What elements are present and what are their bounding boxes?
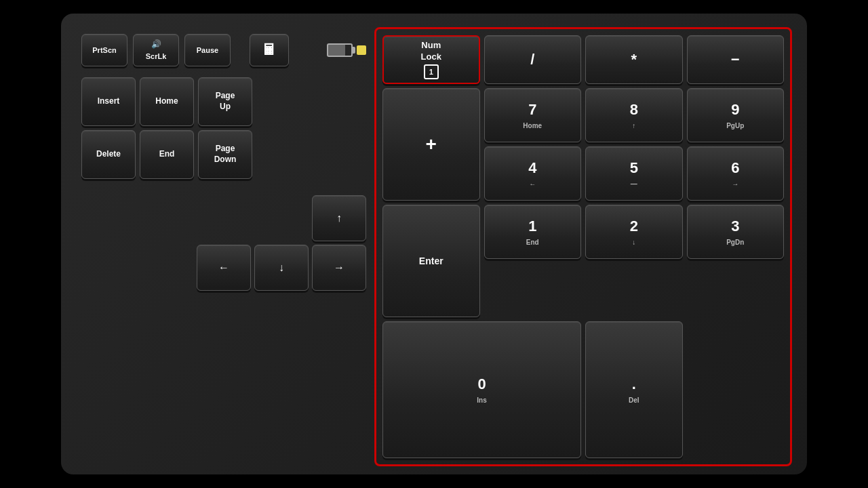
keyboard: PrtScn 🔊 ScrLk Pause 🖩 [61,14,807,474]
numpad-enter-key[interactable]: Enter [382,205,480,317]
numpad-2-label: 2 [630,217,638,237]
numlock-indicator: 1 [424,64,439,79]
pagedown-key[interactable]: PageDown [198,130,252,179]
numpad-minus-label: − [731,50,740,70]
numpad-5-key[interactable]: 5 — [585,146,683,201]
numpad-9-key[interactable]: 9 PgUp [687,88,785,142]
pause-key[interactable]: Pause [184,34,231,66]
numpad-4-label: 4 [528,159,536,178]
numpad-5-sublabel: — [631,180,637,188]
numlock-key[interactable]: NumLock 1 [382,35,480,84]
numpad-section: NumLock 1 / * − 7 Home 8 [380,33,787,461]
numpad-dot-key[interactable]: . Del [585,321,683,458]
numlock-label: NumLock [421,40,441,63]
arrow-section: ↑ ← ↓ → [81,195,366,291]
prtscn-label: PrtScn [92,45,116,55]
home-key[interactable]: Home [140,77,194,126]
prtscn-key[interactable]: PrtScn [81,34,127,66]
pageup-key[interactable]: PageUp [198,77,252,126]
numpad-dot-sublabel: Del [629,396,639,405]
numpad-2-key[interactable]: 2 ↓ [585,205,683,259]
arrow-down-key[interactable]: ↓ [254,245,309,291]
left-section: PrtScn 🔊 ScrLk Pause 🖩 [81,33,366,461]
numpad-6-key[interactable]: 6 → [687,146,785,201]
numpad-minus-key[interactable]: − [687,35,785,84]
numpad-plus-key[interactable]: + [382,88,480,201]
arrow-up-icon: ↑ [336,211,342,226]
delete-label: Delete [96,149,121,160]
calc-key[interactable]: 🖩 [250,34,289,66]
numpad-4-key[interactable]: 4 ← [484,146,582,201]
arrow-bottom-row: ← ↓ → [197,245,366,291]
numpad-dot-label: . [632,375,636,394]
end-label: End [159,149,175,160]
keyboard-layout: PrtScn 🔊 ScrLk Pause 🖩 [81,33,787,461]
battery-icon [327,43,353,57]
arrow-left-icon: ← [218,261,229,275]
insert-key[interactable]: Insert [81,77,136,126]
numpad-asterisk-key[interactable]: * [585,35,683,84]
numpad-grid: NumLock 1 / * − 7 Home 8 [380,33,787,461]
pause-label: Pause [197,45,218,55]
numpad-1-key[interactable]: 1 End [484,205,582,259]
numpad-2-sublabel: ↓ [632,238,635,247]
numpad-slash-label: / [530,50,534,70]
insert-label: Insert [98,96,120,107]
numpad-plus-label: + [426,132,437,157]
numpad-slash-key[interactable]: / [484,35,582,84]
numpad-1-label: 1 [528,217,536,237]
arrow-right-icon: → [334,261,344,275]
numpad-3-sublabel: PgDn [726,238,744,247]
numpad-8-sublabel: ↑ [632,121,635,130]
pageup-label: PageUp [216,91,235,112]
delete-key[interactable]: Delete [81,130,136,179]
numpad-6-sublabel: → [732,180,738,188]
numpad-7-key[interactable]: 7 Home [484,88,582,142]
battery-area [327,43,366,57]
home-label: Home [155,96,178,107]
battery-led [357,45,366,55]
numpad-8-key[interactable]: 8 ↑ [585,88,683,142]
numpad-7-sublabel: Home [523,121,542,130]
numpad-5-label: 5 [630,159,638,178]
numpad-enter-label: Enter [419,255,443,267]
nav-cluster: Insert Home PageUp Delete End PageDown [81,77,366,179]
numpad-6-label: 6 [731,159,739,178]
numpad-3-key[interactable]: 3 PgDn [687,205,785,259]
numpad-8-label: 8 [630,100,638,120]
end-key[interactable]: End [140,130,194,179]
numpad-1-sublabel: End [526,238,539,247]
scrlk-icon: 🔊 [151,39,161,50]
numpad-0-key[interactable]: 0 Ins [382,321,581,458]
arrow-left-key[interactable]: ← [197,245,251,291]
numpad-4-sublabel: ← [529,180,536,188]
arrow-up-key[interactable]: ↑ [312,195,366,241]
numpad-9-label: 9 [731,100,739,120]
arrow-down-icon: ↓ [279,261,284,275]
numpad-0-label: 0 [477,375,486,394]
arrow-up-row: ↑ [312,195,366,241]
arrow-right-key[interactable]: → [312,245,366,291]
pagedown-label: PageDown [214,144,237,165]
numpad-asterisk-label: * [631,50,637,70]
numpad-0-sublabel: Ins [477,396,486,405]
scrlk-key[interactable]: 🔊 ScrLk [133,34,179,66]
calc-icon: 🖩 [262,41,277,60]
numpad-7-label: 7 [528,100,536,120]
top-row: PrtScn 🔊 ScrLk Pause 🖩 [81,33,366,68]
numpad-3-label: 3 [731,217,739,237]
scrlk-label: ScrLk [146,52,167,61]
numpad-9-sublabel: PgUp [726,121,744,130]
